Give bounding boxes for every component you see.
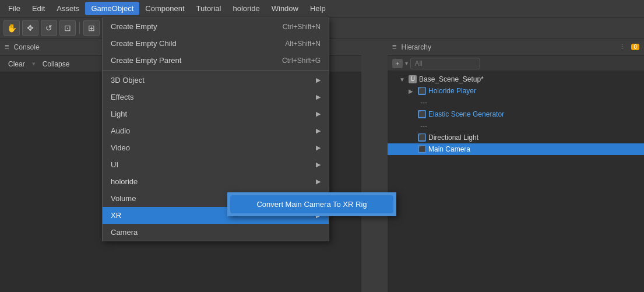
3d-object-item[interactable]: 3D Object ▶: [103, 72, 329, 89]
create-empty-shortcut: Ctrl+Shift+N: [271, 23, 321, 31]
add-hierarchy-button[interactable]: +: [392, 59, 403, 68]
create-empty-child-item[interactable]: Create Empty Child Alt+Shift+N: [103, 35, 329, 52]
cube-icon-light: ⬛: [418, 133, 426, 142]
dropdown-separator-1: [103, 70, 329, 71]
video-arrow: ▶: [316, 144, 321, 152]
console-icon: ≡: [5, 43, 9, 51]
hierarchy-item-main-camera[interactable]: ⬛ Main Camera: [388, 143, 644, 155]
menu-help[interactable]: Help: [304, 2, 332, 15]
hierarchy-content: ▼ U Base_Scene_Setup* ▶ ⬛ Holoride Playe…: [388, 71, 644, 157]
hierarchy-options-icon: ⋮: [619, 43, 625, 51]
create-empty-parent-shortcut: Ctrl+Shift+G: [270, 57, 321, 65]
menu-bar: File Edit Assets GameObject Component Tu…: [0, 0, 644, 17]
create-empty-parent-label: Create Empty Parent: [111, 56, 181, 65]
hierarchy-search-bar: + ▾: [388, 56, 644, 71]
hierarchy-title: Hierarchy: [402, 43, 431, 51]
xr-submenu: Convert Main Camera To XR Rig: [227, 192, 396, 216]
menu-window[interactable]: Window: [266, 2, 304, 15]
elastic-scene-label: Elastic Scene Generator: [428, 110, 504, 118]
cube-icon-elastic: ⬛: [418, 110, 426, 118]
hierarchy-item-base-scene[interactable]: ▼ U Base_Scene_Setup*: [388, 73, 644, 85]
audio-item[interactable]: Audio ▶: [103, 122, 329, 139]
hierarchy-menu-icon: ≡: [392, 43, 397, 51]
holoride-item[interactable]: holoride ▶: [103, 173, 329, 190]
toolbar-separator-1: [79, 22, 80, 34]
rotate-tool-button[interactable]: ↺: [41, 20, 57, 36]
cube-icon-camera: ⬛: [418, 145, 426, 153]
create-empty-item[interactable]: Create Empty Ctrl+Shift+N: [103, 18, 329, 35]
light-item[interactable]: Light ▶: [103, 105, 329, 122]
camera-label: Camera: [111, 228, 138, 237]
camera-item[interactable]: Camera: [103, 224, 329, 241]
convert-main-camera-item[interactable]: Convert Main Camera To XR Rig: [230, 195, 393, 213]
create-empty-child-label: Create Empty Child: [111, 39, 177, 48]
create-empty-parent-item[interactable]: Create Empty Parent Ctrl+Shift+G: [103, 52, 329, 69]
holoride-label: holoride: [111, 177, 138, 186]
expand-icon-player: ▶: [409, 88, 416, 94]
main-camera-label: Main Camera: [428, 145, 470, 153]
hand-tool-button[interactable]: ✋: [3, 20, 20, 36]
menu-tutorial[interactable]: Tutorial: [191, 2, 227, 15]
effects-arrow: ▶: [316, 93, 321, 101]
holoride-arrow: ▶: [316, 178, 321, 185]
3d-object-label: 3D Object: [111, 76, 145, 85]
expand-icon: ▼: [399, 76, 406, 83]
volume-label: Volume: [111, 194, 136, 203]
3d-object-arrow: ▶: [316, 76, 321, 84]
create-empty-label: Create Empty: [111, 22, 157, 31]
play-button[interactable]: ⊞: [83, 20, 100, 36]
hierarchy-separator-2: ---: [388, 120, 644, 132]
effects-item[interactable]: Effects ▶: [103, 89, 329, 105]
hierarchy-panel: ≡ Hierarchy ⋮ 0 + ▾ ▼ U Base_Scene_Setup…: [388, 38, 644, 292]
hierarchy-search-input[interactable]: [410, 58, 480, 69]
ui-label: UI: [111, 160, 118, 169]
video-item[interactable]: Video ▶: [103, 139, 329, 156]
hierarchy-separator-1: ---: [388, 97, 644, 108]
warn-badge: 0: [631, 44, 639, 50]
hierarchy-item-elastic-scene[interactable]: ⬛ Elastic Scene Generator: [388, 108, 644, 120]
menu-assets[interactable]: Assets: [51, 2, 85, 15]
audio-label: Audio: [111, 126, 130, 135]
menu-gameobject[interactable]: GameObject: [85, 2, 139, 15]
collapse-button[interactable]: Collapse: [38, 59, 75, 69]
menu-edit[interactable]: Edit: [26, 2, 51, 15]
hierarchy-item-holoride-player[interactable]: ▶ ⬛ Holoride Player: [388, 85, 644, 97]
ui-arrow: ▶: [316, 161, 321, 168]
hierarchy-item-directional-light[interactable]: ⬛ Directional Light: [388, 132, 644, 143]
light-label: Light: [111, 110, 127, 118]
expand-arrow-icon: ▾: [405, 60, 408, 66]
clear-button[interactable]: Clear: [3, 59, 30, 69]
move-tool-button[interactable]: ✥: [22, 20, 38, 36]
menu-holoride[interactable]: holoride: [227, 2, 265, 15]
hierarchy-header: ≡ Hierarchy ⋮ 0: [388, 38, 644, 56]
cube-icon-player: ⬛: [418, 87, 426, 95]
holoride-player-label: Holoride Player: [428, 87, 476, 95]
audio-arrow: ▶: [316, 127, 321, 135]
unity-icon: U: [409, 75, 417, 83]
xr-label: XR: [111, 211, 121, 220]
console-title: Console: [14, 43, 40, 51]
video-label: Video: [111, 143, 130, 152]
directional-light-label: Directional Light: [428, 133, 478, 142]
scale-tool-button[interactable]: ⊡: [59, 20, 76, 36]
create-empty-child-shortcut: Alt+Shift+N: [273, 40, 321, 48]
ui-item[interactable]: UI ▶: [103, 156, 329, 173]
effects-label: Effects: [111, 93, 134, 101]
light-arrow: ▶: [316, 110, 321, 118]
menu-file[interactable]: File: [2, 2, 26, 15]
base-scene-label: Base_Scene_Setup*: [419, 75, 484, 83]
menu-component[interactable]: Component: [139, 2, 190, 15]
